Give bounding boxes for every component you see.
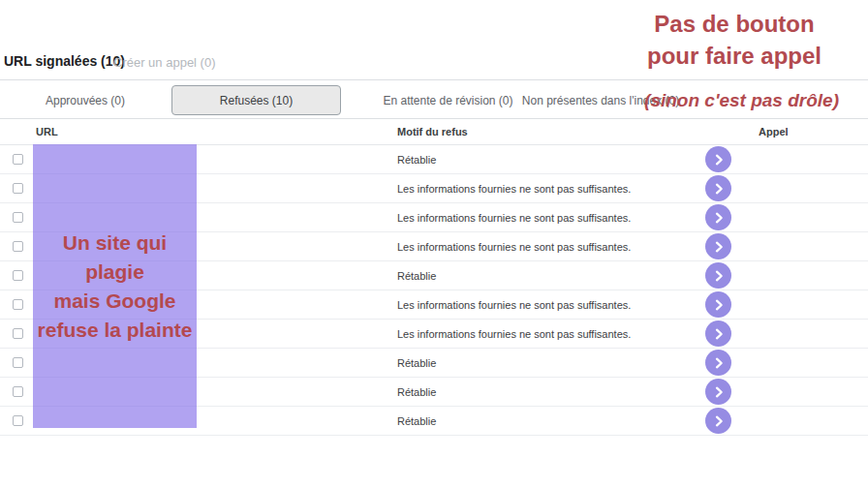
chevron-right-icon — [711, 297, 727, 313]
row-checkbox[interactable] — [13, 415, 23, 426]
chevron-right-icon — [711, 152, 727, 168]
column-header-url: URL — [36, 126, 58, 137]
appeal-button[interactable] — [705, 379, 731, 405]
annotation-joke: (sinon c'est pas drôle) — [644, 80, 839, 120]
column-header-motif: Motif du refus — [397, 126, 468, 137]
row-checkbox[interactable] — [13, 386, 23, 397]
page-title: URL signalées (10) — [4, 53, 125, 69]
row-checkbox[interactable] — [13, 270, 23, 281]
tab-en-attente[interactable]: En attente de révision (0) — [368, 80, 528, 120]
column-header-appel: Appel — [759, 126, 789, 137]
motif-cell: Rétablie — [397, 378, 436, 407]
row-checkbox[interactable] — [13, 154, 23, 165]
motif-cell: Rétablie — [397, 145, 436, 174]
appeal-button[interactable] — [705, 146, 731, 172]
annotation-no-appeal-button: Pas de bouton pour faire appel — [618, 8, 851, 72]
create-appeal-link[interactable]: Créer un appel (0) — [113, 55, 216, 70]
appeal-button[interactable] — [705, 320, 731, 347]
overlay-annotation-line: mais Google — [53, 287, 175, 316]
appeal-button[interactable] — [705, 262, 731, 289]
annotation-line: pour faire appel — [618, 40, 851, 72]
chevron-right-icon — [711, 210, 727, 226]
url-column-redaction-overlay: Un site qui plagie mais Google refuse la… — [33, 144, 197, 428]
chevron-right-icon — [711, 239, 727, 255]
tab-refusees[interactable]: Refusées (10) — [171, 85, 341, 115]
chevron-right-icon — [711, 355, 727, 371]
status-tabbar: Approuvées (0) Refusées (10) En attente … — [0, 79, 868, 119]
appeal-button[interactable] — [705, 291, 731, 318]
appeal-button[interactable] — [705, 233, 731, 259]
appeal-button[interactable] — [705, 204, 731, 230]
appeal-button[interactable] — [705, 175, 731, 201]
motif-cell: Rétablie — [397, 349, 436, 378]
motif-cell: Les informations fournies ne sont pas su… — [397, 203, 631, 232]
overlay-annotation-line: Un site qui plagie — [33, 229, 197, 287]
appeal-button[interactable] — [705, 408, 731, 434]
tab-approuvees[interactable]: Approuvées (0) — [17, 80, 153, 120]
motif-cell: Rétablie — [397, 261, 436, 290]
row-checkbox[interactable] — [13, 183, 23, 194]
chevron-right-icon — [711, 268, 727, 284]
overlay-annotation-line: refuse la plainte — [38, 316, 193, 345]
row-checkbox[interactable] — [13, 328, 23, 339]
row-checkbox[interactable] — [13, 357, 23, 368]
appeal-button[interactable] — [705, 350, 731, 376]
motif-cell: Les informations fournies ne sont pas su… — [397, 290, 631, 320]
table-header: URL Motif du refus Appel — [0, 119, 868, 145]
chevron-right-icon — [711, 413, 727, 429]
row-checkbox[interactable] — [13, 299, 23, 310]
page: URL signalées (10) Créer un appel (0) Pa… — [0, 0, 868, 488]
row-checkbox[interactable] — [13, 212, 23, 223]
annotation-line: Pas de bouton — [618, 8, 851, 40]
row-checkbox[interactable] — [13, 241, 23, 252]
motif-cell: Rétablie — [397, 407, 436, 436]
chevron-right-icon — [711, 326, 727, 342]
chevron-right-icon — [711, 384, 727, 400]
motif-cell: Les informations fournies ne sont pas su… — [397, 232, 631, 261]
motif-cell: Les informations fournies ne sont pas su… — [397, 320, 631, 349]
chevron-right-icon — [711, 181, 727, 197]
motif-cell: Les informations fournies ne sont pas su… — [397, 174, 631, 203]
